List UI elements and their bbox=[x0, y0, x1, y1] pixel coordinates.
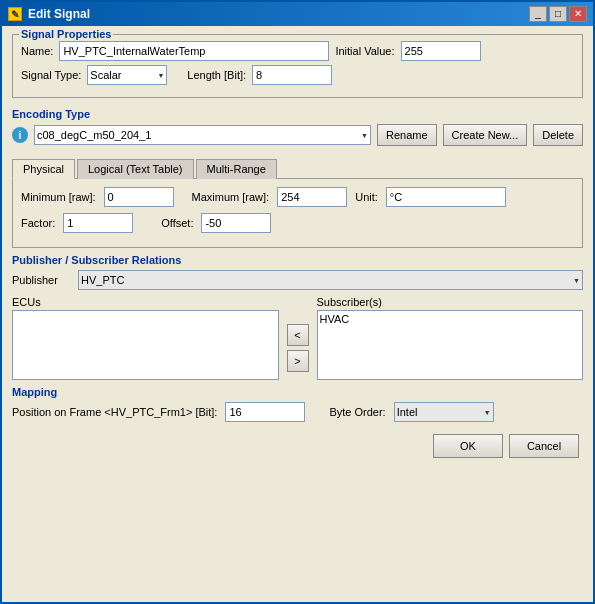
mapping-row: Position on Frame <HV_PTC_Frm1> [Bit]: B… bbox=[12, 402, 583, 422]
minimum-input[interactable] bbox=[104, 187, 174, 207]
window-icon: ✎ bbox=[8, 7, 22, 21]
name-input[interactable] bbox=[59, 41, 329, 61]
length-label: Length [Bit]: bbox=[187, 69, 246, 81]
move-right-button[interactable]: > bbox=[287, 350, 309, 372]
maximum-label: Maximum [raw]: bbox=[192, 191, 270, 203]
position-label: Position on Frame <HV_PTC_Frm1> [Bit]: bbox=[12, 406, 217, 418]
factor-label: Factor: bbox=[21, 217, 55, 229]
encoding-row: i c08_degC_m50_204_1 Rename Create New..… bbox=[12, 124, 583, 146]
arrow-buttons: < > bbox=[283, 296, 313, 380]
tab-multi-range[interactable]: Multi-Range bbox=[196, 159, 277, 179]
create-new-button[interactable]: Create New... bbox=[443, 124, 528, 146]
signal-type-select[interactable]: Scalar Array bbox=[87, 65, 167, 85]
edit-signal-window: ✎ Edit Signal _ □ ✕ Signal Properties Na… bbox=[0, 0, 595, 604]
pub-sub-label: Publisher / Subscriber Relations bbox=[12, 254, 583, 266]
delete-button[interactable]: Delete bbox=[533, 124, 583, 146]
initial-value-label: Initial Value: bbox=[335, 45, 394, 57]
publisher-label: Publisher bbox=[12, 274, 70, 286]
signal-type-select-wrapper: Scalar Array bbox=[87, 65, 167, 85]
byte-order-select-wrapper: Intel Motorola bbox=[394, 402, 494, 422]
move-left-button[interactable]: < bbox=[287, 324, 309, 346]
factor-offset-row: Factor: Offset: bbox=[21, 213, 574, 233]
unit-input[interactable] bbox=[386, 187, 506, 207]
minimize-button[interactable]: _ bbox=[529, 6, 547, 22]
signal-properties-group: Signal Properties Name: Initial Value: S… bbox=[12, 34, 583, 98]
min-max-unit-row: Minimum [raw]: Maximum [raw]: Unit: bbox=[21, 187, 574, 207]
offset-label: Offset: bbox=[161, 217, 193, 229]
mapping-label: Mapping bbox=[12, 386, 583, 398]
unit-label: Unit: bbox=[355, 191, 378, 203]
bottom-buttons: OK Cancel bbox=[12, 434, 583, 458]
window-title: Edit Signal bbox=[28, 7, 90, 21]
tab-physical[interactable]: Physical bbox=[12, 159, 75, 179]
mapping-section: Mapping Position on Frame <HV_PTC_Frm1> … bbox=[12, 386, 583, 422]
tab-list: Physical Logical (Text Table) Multi-Rang… bbox=[12, 158, 583, 179]
ecus-area: ECUs bbox=[12, 296, 279, 380]
dialog-content: Signal Properties Name: Initial Value: S… bbox=[2, 26, 593, 602]
initial-value-input[interactable] bbox=[401, 41, 481, 61]
name-label: Name: bbox=[21, 45, 53, 57]
subscribers-area: Subscriber(s) HVAC bbox=[317, 296, 584, 380]
signal-properties-label: Signal Properties bbox=[19, 28, 113, 40]
byte-order-label: Byte Order: bbox=[329, 406, 385, 418]
tab-content-physical: Minimum [raw]: Maximum [raw]: Unit: Fact… bbox=[12, 179, 583, 248]
cancel-button[interactable]: Cancel bbox=[509, 434, 579, 458]
pub-sub-section: Publisher / Subscriber Relations Publish… bbox=[12, 254, 583, 380]
publisher-select-wrapper: HV_PTC bbox=[78, 270, 583, 290]
close-button[interactable]: ✕ bbox=[569, 6, 587, 22]
signal-type-label: Signal Type: bbox=[21, 69, 81, 81]
position-input[interactable] bbox=[225, 402, 305, 422]
rename-button[interactable]: Rename bbox=[377, 124, 437, 146]
subscribers-list[interactable]: HVAC bbox=[317, 310, 584, 380]
tabs-container: Physical Logical (Text Table) Multi-Rang… bbox=[12, 158, 583, 248]
info-icon: i bbox=[12, 127, 28, 143]
publisher-select[interactable]: HV_PTC bbox=[78, 270, 583, 290]
encoding-type-label: Encoding Type bbox=[12, 108, 583, 120]
ecus-list[interactable] bbox=[12, 310, 279, 380]
length-input[interactable] bbox=[252, 65, 332, 85]
name-row: Name: Initial Value: bbox=[21, 41, 574, 61]
encoding-select[interactable]: c08_degC_m50_204_1 bbox=[34, 125, 371, 145]
publisher-row: Publisher HV_PTC bbox=[12, 270, 583, 290]
ok-button[interactable]: OK bbox=[433, 434, 503, 458]
ecu-subscriber-wrapper: ECUs < > Subscriber(s) HVAC bbox=[12, 296, 583, 380]
encoding-type-section: Encoding Type i c08_degC_m50_204_1 Renam… bbox=[12, 104, 583, 146]
title-bar: ✎ Edit Signal _ □ ✕ bbox=[2, 2, 593, 26]
subscribers-label: Subscriber(s) bbox=[317, 296, 584, 308]
offset-input[interactable] bbox=[201, 213, 271, 233]
minimum-label: Minimum [raw]: bbox=[21, 191, 96, 203]
signal-type-row: Signal Type: Scalar Array Length [Bit]: bbox=[21, 65, 574, 85]
byte-order-select[interactable]: Intel Motorola bbox=[394, 402, 494, 422]
maximum-input[interactable] bbox=[277, 187, 347, 207]
ecus-label: ECUs bbox=[12, 296, 279, 308]
encoding-select-wrapper: c08_degC_m50_204_1 bbox=[34, 125, 371, 145]
maximize-button[interactable]: □ bbox=[549, 6, 567, 22]
tab-logical[interactable]: Logical (Text Table) bbox=[77, 159, 194, 179]
factor-input[interactable] bbox=[63, 213, 133, 233]
